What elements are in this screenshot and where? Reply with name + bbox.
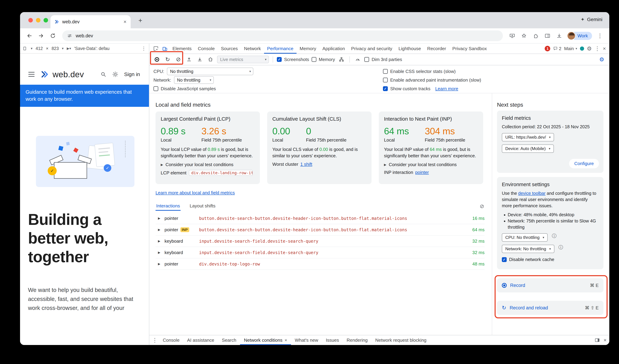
interaction-row[interactable]: ▶ keyboard input.devsite-search-field.de… xyxy=(155,236,485,247)
issues-counter[interactable]: 2 xyxy=(553,46,561,51)
drawer-close-icon[interactable]: × xyxy=(604,337,606,343)
gemini-button[interactable]: ✦ Gemini xyxy=(581,17,602,22)
disable-js-samples-checkbox[interactable]: Disable JavaScript samples xyxy=(154,86,216,91)
drawer-tab-console[interactable]: Console xyxy=(159,335,183,345)
sign-in-button[interactable]: Sign in xyxy=(124,71,140,77)
device-select[interactable]: Device: Auto (Mobile) ▾ xyxy=(502,144,554,153)
tab-recorder[interactable]: Recorder xyxy=(424,43,449,54)
drawer-kebab-icon[interactable]: ⋮ xyxy=(152,337,158,343)
context-selector[interactable]: Main ▾ xyxy=(564,46,577,51)
interaction-row[interactable]: ▶ pointerINP button.devsite-search-butto… xyxy=(155,224,485,236)
side-panel-icon[interactable] xyxy=(542,31,553,41)
cpu-throttle-sidebar-select[interactable]: CPU: No throttling ▾ xyxy=(502,233,548,242)
interaction-target[interactable]: input.devsite-search-field.devsite-searc… xyxy=(199,239,460,244)
cls-worst-cluster-link[interactable]: 1 shift xyxy=(300,162,312,167)
devtools-close-icon[interactable]: × xyxy=(603,46,606,51)
hamburger-menu-icon[interactable] xyxy=(28,72,35,77)
url-select[interactable]: URL: https://web.dev/ ▾ xyxy=(502,133,554,141)
browser-menu-kebab-icon[interactable]: ⋮ xyxy=(595,31,605,41)
emulation-kebab-icon[interactable]: ⋮ xyxy=(141,46,146,51)
error-count-badge[interactable]: 1 xyxy=(545,46,550,51)
tab-performance[interactable]: Performance xyxy=(264,43,296,54)
drawer-tab-whats-new[interactable]: What's new xyxy=(291,335,322,345)
clear-button[interactable] xyxy=(174,55,183,64)
tab-network[interactable]: Network xyxy=(241,43,264,54)
save-profile-icon[interactable] xyxy=(196,55,204,64)
tab-lighthouse[interactable]: Lighthouse xyxy=(395,43,424,54)
triangle-right-icon[interactable]: ▶ xyxy=(155,251,165,254)
send-to-device-icon[interactable] xyxy=(507,31,517,41)
profile-history-select[interactable]: Live metrics ▾ xyxy=(217,56,269,63)
disable-network-cache-checkbox[interactable]: ✓ Disable network cache xyxy=(502,257,599,262)
drawer-tab-close-icon[interactable]: × xyxy=(284,337,287,343)
reload-button[interactable] xyxy=(48,31,58,41)
window-zoom-button[interactable] xyxy=(43,18,48,22)
custom-tracks-learn-more-link[interactable]: Learn more xyxy=(435,86,458,91)
inspect-element-icon[interactable] xyxy=(151,44,160,53)
record-button-row[interactable]: Record ⌘ E xyxy=(497,278,604,293)
info-icon[interactable]: ⓘ xyxy=(552,233,556,239)
throttling-gauge-icon[interactable] xyxy=(353,55,362,64)
triangle-right-icon[interactable]: ▶ xyxy=(155,228,165,232)
devtools-settings-gear-icon[interactable]: ⚙ xyxy=(587,46,592,51)
theme-toggle-sun-icon[interactable] xyxy=(112,71,119,78)
drawer-tab-search[interactable]: Search xyxy=(218,335,240,345)
configure-button[interactable]: Configure xyxy=(569,159,599,168)
back-button[interactable] xyxy=(24,31,35,41)
metrics-learn-more-link[interactable]: Learn more about local and field metrics xyxy=(155,190,235,195)
record-button[interactable] xyxy=(153,55,161,64)
record-and-reload-button[interactable]: ↻ xyxy=(164,55,172,64)
lcp-test-conditions-expander[interactable]: ▶ Consider your local test conditions xyxy=(161,162,255,167)
tab-privacy-and-security[interactable]: Privacy and security xyxy=(348,43,395,54)
triangle-right-icon[interactable]: ▶ xyxy=(155,239,165,243)
drawer-tab-issues[interactable]: Issues xyxy=(322,335,343,345)
drawer-tab-ai-assistance[interactable]: AI assistance xyxy=(183,335,218,345)
record-and-reload-button-row[interactable]: ↻ Record and reload ⌘ ⇧ E xyxy=(497,301,604,315)
lcp-element-chip[interactable]: div.devsite-landing-row-ite… xyxy=(189,170,253,176)
interaction-row[interactable]: ▶ pointer div.devsite-top-logo-row 48 ms xyxy=(155,258,485,270)
inp-test-conditions-expander[interactable]: ▶ Consider your local test conditions xyxy=(384,162,478,167)
triangle-right-icon[interactable]: ▶ xyxy=(155,216,165,220)
profile-chip[interactable]: Work xyxy=(567,32,592,40)
live-metrics-home-icon[interactable] xyxy=(206,55,215,64)
network-conditions-icon[interactable] xyxy=(337,55,346,64)
dock-side-icon[interactable] xyxy=(594,337,600,343)
tab-privacy-sandbox[interactable]: Privacy Sandbox xyxy=(449,43,490,54)
memory-checkbox[interactable]: Memory xyxy=(311,57,335,62)
network-throttle-sidebar-select[interactable]: Network: No throttling ▾ xyxy=(502,245,554,253)
interaction-row[interactable]: ▶ pointer button.devsite-search-button.d… xyxy=(155,213,485,224)
device-list-icon[interactable] xyxy=(23,46,28,51)
tab-interactions[interactable]: Interactions xyxy=(155,202,181,211)
clear-log-icon[interactable] xyxy=(479,204,485,209)
dim-3rd-parties-checkbox[interactable]: Dim 3rd parties xyxy=(364,57,402,62)
bookmark-star-icon[interactable] xyxy=(519,31,529,41)
network-throttling-select[interactable]: No throttling ▾ xyxy=(174,76,214,84)
new-tab-button[interactable]: + xyxy=(136,16,144,25)
drawer-tab-rendering[interactable]: Rendering xyxy=(343,335,372,345)
load-profile-icon[interactable] xyxy=(185,55,193,64)
interaction-target[interactable]: button.devsite-search-button.devsite-hea… xyxy=(199,227,460,232)
extensions-puzzle-icon[interactable] xyxy=(531,31,541,41)
drawer-tab-network-conditions[interactable]: Network conditions × xyxy=(240,335,291,345)
device-toolbar-link[interactable]: device toolbar xyxy=(518,191,546,196)
interaction-target[interactable]: input.devsite-search-field.devsite-searc… xyxy=(199,250,460,255)
tab-console[interactable]: Console xyxy=(195,43,218,54)
paint-instrumentation-checkbox[interactable]: Enable advanced paint instrumentation (s… xyxy=(383,77,481,83)
interaction-target[interactable]: button.devsite-search-button.devsite-hea… xyxy=(199,216,460,221)
custom-tracks-checkbox[interactable]: ✓ Show custom tracks xyxy=(383,86,430,91)
tab-sources[interactable]: Sources xyxy=(218,43,241,54)
address-bar[interactable]: web.dev xyxy=(62,30,503,41)
site-logo[interactable]: web.dev xyxy=(40,70,84,79)
triangle-right-icon[interactable]: ▶ xyxy=(155,262,165,266)
tab-memory[interactable]: Memory xyxy=(296,43,319,54)
screenshots-checkbox[interactable]: ✓ Screenshots xyxy=(277,57,309,62)
downloads-icon[interactable] xyxy=(554,31,564,41)
device-toolbar-icon[interactable] xyxy=(160,44,169,53)
window-close-button[interactable] xyxy=(28,18,33,22)
cpu-throttling-select[interactable]: No throttling ▾ xyxy=(167,68,253,75)
tab-layout-shifts[interactable]: Layout shifts xyxy=(189,202,216,211)
tab-elements[interactable]: Elements xyxy=(169,43,195,54)
tab-application[interactable]: Application xyxy=(319,43,348,54)
window-minimize-button[interactable] xyxy=(36,18,41,22)
devtools-kebab-icon[interactable]: ⋮ xyxy=(594,46,600,51)
